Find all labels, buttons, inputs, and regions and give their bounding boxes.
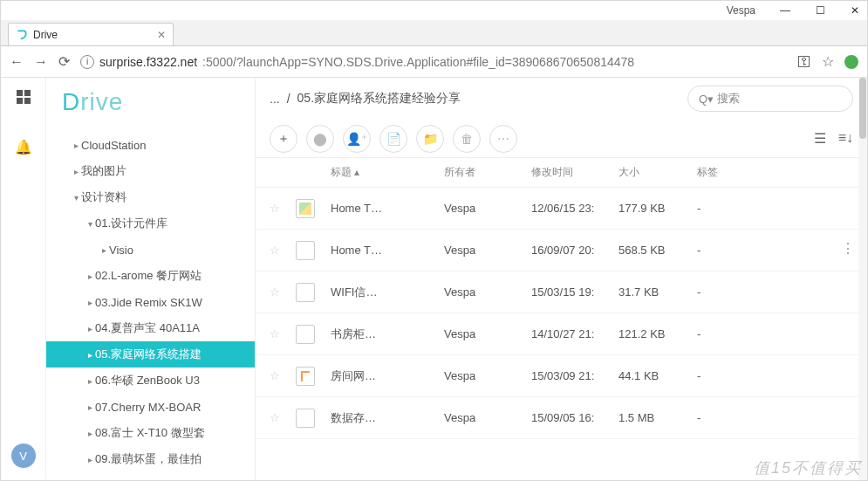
delete-button[interactable]: 🗑 (453, 125, 481, 153)
tree-item[interactable]: ▸02.L-arome 餐厅网站 (46, 263, 255, 289)
file-type-icon (296, 325, 315, 344)
tree-item[interactable]: ▸我的图片 (46, 158, 255, 184)
file-row[interactable]: ☆房间网…Vespa15/03/09 21:44.1 KB- (256, 355, 867, 397)
maximize-button[interactable]: ☐ (815, 4, 825, 17)
extension-icon[interactable] (844, 55, 858, 69)
file-owner: Vespa (444, 244, 531, 257)
expand-icon[interactable]: ▸ (85, 402, 95, 412)
move-button[interactable]: 📁 (416, 125, 444, 153)
expand-icon[interactable]: ▸ (85, 429, 95, 438)
tree-label: 04.夏普声宝 40A11A (95, 320, 200, 336)
forward-button[interactable]: → (34, 54, 48, 70)
expand-icon[interactable]: ▸ (71, 167, 81, 176)
file-row[interactable]: ☆书房柜…Vespa14/10/27 21:121.2 KB- (256, 313, 867, 355)
file-type-icon (296, 283, 315, 302)
star-toggle[interactable]: ☆ (270, 202, 296, 215)
file-row[interactable]: ☆Home T…Vespa16/09/07 20:568.5 KB- (256, 230, 867, 271)
expand-icon[interactable]: ▸ (71, 141, 81, 150)
file-time: 14/10/27 21: (531, 327, 619, 340)
star-toggle[interactable]: ☆ (270, 369, 296, 382)
file-size: 177.9 KB (619, 202, 697, 215)
tree-item[interactable]: ▾设计资料 (46, 184, 255, 210)
file-tag: - (697, 244, 853, 257)
expand-icon[interactable]: ▸ (85, 376, 95, 386)
scrollbar[interactable] (858, 78, 867, 481)
copy-button[interactable]: 📄 (379, 125, 407, 153)
tree-label: 02.L-arome 餐厅网站 (95, 268, 202, 284)
avatar[interactable]: V (11, 443, 36, 468)
file-row[interactable]: ☆数据存…Vespa15/09/05 16:1.5 MB- (256, 397, 867, 439)
add-button[interactable]: ＋ (270, 125, 297, 153)
table-header: 标题 ▴ 所有者 修改时间 大小 标签 (256, 158, 867, 188)
tree-item[interactable]: ▸04.夏普声宝 40A11A (46, 315, 255, 341)
expand-icon[interactable]: ▸ (85, 350, 95, 360)
reload-button[interactable]: ⟳ (58, 53, 70, 70)
expand-icon[interactable]: ▾ (71, 193, 81, 203)
col-tag[interactable]: 标签 (697, 165, 853, 180)
tag-button[interactable]: ⬤ (306, 125, 334, 153)
tree-label: 03.Jide Remix SK1W (95, 296, 202, 309)
expand-icon[interactable]: ▸ (85, 324, 95, 333)
url-box[interactable]: i surprise.f3322.net:5000/?launchApp=SYN… (80, 55, 787, 69)
col-size[interactable]: 大小 (619, 165, 697, 180)
expand-icon[interactable]: ▸ (85, 271, 95, 281)
col-title[interactable]: 标题 ▴ (331, 165, 444, 180)
breadcrumb-row: ... / 05.家庭网络系统搭建经验分享 Q▾ 搜索 (256, 78, 867, 120)
window-user: Vespa (727, 4, 755, 17)
close-tab-icon[interactable]: ✕ (157, 29, 166, 41)
tree-item[interactable]: ▸CloudStation (46, 132, 255, 158)
expand-icon[interactable]: ▸ (99, 245, 109, 255)
file-row[interactable]: ☆WIFI信…Vespa15/03/15 19:31.7 KB- (256, 271, 867, 313)
file-tag: - (697, 411, 853, 424)
list-view-icon[interactable]: ☰ (814, 130, 826, 147)
breadcrumb[interactable]: ... / 05.家庭网络系统搭建经验分享 (270, 91, 461, 107)
minimize-button[interactable]: — (780, 4, 790, 17)
close-window-button[interactable]: ✕ (850, 4, 860, 17)
tree-item[interactable]: ▸07.Cherry MX-BOAR (46, 394, 255, 420)
tree-label: 06.华硕 ZenBook U3 (95, 373, 200, 388)
star-toggle[interactable]: ☆ (270, 244, 296, 257)
tree-item[interactable]: ▸03.Jide Remix SK1W (46, 289, 255, 315)
file-title: Home T… (331, 202, 444, 215)
site-info-icon[interactable]: i (80, 55, 94, 69)
tree-item[interactable]: ▸06.华硕 ZenBook U3 (46, 368, 255, 394)
star-toggle[interactable]: ☆ (270, 327, 296, 340)
key-icon[interactable]: ⚿ (797, 54, 811, 70)
file-type-icon (296, 199, 315, 218)
content-pane: ... / 05.家庭网络系统搭建经验分享 Q▾ 搜索 ＋ ⬤ 👤⁺ 📄 📁 🗑… (256, 78, 867, 481)
search-placeholder: 搜索 (717, 91, 740, 107)
tree-item[interactable]: ▾01.设计元件库 (46, 210, 255, 237)
star-toggle[interactable]: ☆ (270, 285, 296, 299)
browser-address-bar: ← → ⟳ i surprise.f3322.net:5000/?launchA… (1, 46, 867, 78)
expand-icon[interactable]: ▸ (85, 455, 95, 464)
browser-tab[interactable]: Drive ✕ (8, 23, 174, 45)
url-path: :5000/?launchApp=SYNO.SDS.Drive.Applicat… (202, 55, 634, 69)
left-rail: 🔔 V (1, 78, 46, 481)
file-title: 书房柜… (331, 326, 444, 342)
apps-grid-icon[interactable] (17, 90, 31, 104)
share-button[interactable]: 👤⁺ (343, 125, 371, 153)
tree-label: 设计资料 (81, 189, 126, 205)
tree-label: 07.Cherry MX-BOAR (95, 401, 201, 414)
file-title: 数据存… (331, 410, 444, 426)
file-owner: Vespa (444, 285, 531, 299)
column-options-icon[interactable]: ⋮ (841, 240, 855, 257)
star-toggle[interactable]: ☆ (270, 411, 296, 424)
expand-icon[interactable]: ▾ (85, 219, 95, 229)
col-time[interactable]: 修改时间 (531, 165, 619, 180)
tree-item[interactable]: ▸09.最萌坏蛋，最佳拍 (46, 446, 255, 472)
more-button[interactable]: ⋯ (489, 125, 517, 153)
file-row[interactable]: ☆Home T…Vespa12/06/15 23:177.9 KB- (256, 188, 867, 230)
search-input[interactable]: Q▾ 搜索 (687, 86, 853, 112)
back-button[interactable]: ← (10, 54, 24, 70)
tree-item[interactable]: ▸08.富士 X-T10 微型套 (46, 420, 255, 446)
expand-icon[interactable]: ▸ (85, 298, 95, 307)
file-type-icon (296, 409, 315, 428)
tree-item[interactable]: ▸Visio (46, 237, 255, 263)
tree-item[interactable]: ▸05.家庭网络系统搭建 (46, 341, 255, 368)
file-tag: - (697, 202, 853, 215)
notifications-icon[interactable]: 🔔 (15, 139, 32, 155)
sort-icon[interactable]: ≡↓ (838, 130, 853, 147)
col-owner[interactable]: 所有者 (444, 165, 531, 180)
star-icon[interactable]: ☆ (822, 53, 834, 70)
